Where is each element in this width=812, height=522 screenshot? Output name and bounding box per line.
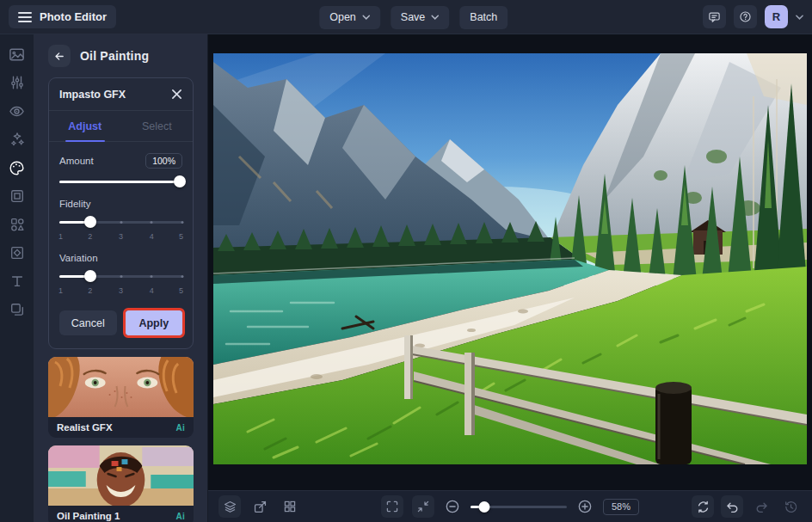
arrow-left-icon <box>53 50 65 63</box>
sidebar-tool-eye[interactable] <box>5 101 29 120</box>
account-chevron-down-icon[interactable] <box>796 15 803 20</box>
zoom-in-icon <box>577 499 593 514</box>
redo-button[interactable] <box>750 495 772 518</box>
panel-header: Oil Painting <box>48 45 194 67</box>
tab-adjust[interactable]: Adjust <box>49 111 121 141</box>
elements-shapes-icon <box>9 217 25 232</box>
variation-slider[interactable] <box>59 270 182 282</box>
batch-label: Batch <box>470 11 497 23</box>
fit-to-screen-button[interactable] <box>412 495 434 518</box>
help-button[interactable] <box>734 5 757 28</box>
zoom-in-button[interactable] <box>575 497 594 516</box>
redo-icon <box>754 500 769 514</box>
variation-ticks: 1 2 3 4 5 <box>59 286 182 296</box>
effect-name: Impasto GFX <box>59 89 126 101</box>
app-menu-button[interactable]: Photo Editor <box>9 5 116 28</box>
close-button[interactable] <box>171 89 182 100</box>
app-title: Photo Editor <box>40 10 107 23</box>
view-tools <box>218 495 301 518</box>
grid-icon <box>283 500 297 513</box>
palette-icon <box>9 160 25 176</box>
sparkles-icon <box>9 132 25 147</box>
chevron-down-icon <box>362 15 370 20</box>
effect-card-oil-painting-1[interactable]: Oil Painting 1 Ai <box>48 445 194 522</box>
effect-card-realist-gfx[interactable]: Realist GFX Ai <box>48 357 194 438</box>
amount-slider[interactable] <box>59 175 182 187</box>
effect-card-label-bar: Realist GFX Ai <box>48 417 194 438</box>
sidebar-tool-text[interactable] <box>5 272 29 291</box>
history-tools <box>692 495 802 518</box>
undo-icon <box>725 500 740 514</box>
sidebar-tool-adjust[interactable] <box>5 73 29 92</box>
sidebar-tool-effects[interactable] <box>5 130 29 149</box>
compare-refresh-button[interactable] <box>692 495 714 518</box>
effect-card-header: Impasto GFX <box>49 78 193 111</box>
sync-icon <box>696 500 710 514</box>
zoom-controls: 58% <box>381 495 639 518</box>
amount-value: 100% <box>145 153 182 169</box>
back-button[interactable] <box>48 45 71 67</box>
variation-label: Variation <box>59 253 98 263</box>
oil-painting-1-thumbnail <box>48 445 194 506</box>
fidelity-ticks: 1 2 3 4 5 <box>59 232 182 242</box>
open-label: Open <box>329 11 356 23</box>
batch-button[interactable]: Batch <box>459 6 508 29</box>
fullscreen-icon <box>385 500 399 513</box>
save-button[interactable]: Save <box>391 6 450 29</box>
tab-select[interactable]: Select <box>121 111 194 141</box>
close-icon <box>171 89 182 100</box>
canvas-frame-icon <box>9 188 25 204</box>
feedback-icon <box>708 10 721 24</box>
topbar-right: R <box>703 5 803 28</box>
adjust-sliders-icon <box>9 75 25 90</box>
feedback-button[interactable] <box>703 5 726 28</box>
realist-gfx-thumbnail <box>48 357 194 417</box>
sidebar-tool-photo[interactable] <box>5 45 29 64</box>
save-label: Save <box>401 11 426 23</box>
sidebar-tool-elements[interactable] <box>5 215 29 234</box>
stage: 58% <box>208 34 812 522</box>
avatar-initial: R <box>772 10 780 23</box>
layers-button[interactable] <box>218 495 241 518</box>
transform-icon <box>253 500 268 514</box>
layers-icon <box>223 500 237 514</box>
stage-toolbar: 58% <box>208 490 812 522</box>
transform-button[interactable] <box>249 495 271 518</box>
apply-button[interactable]: Apply <box>126 310 183 335</box>
history-reset-button[interactable] <box>779 495 802 518</box>
variation-slider-handle[interactable] <box>84 270 96 282</box>
zoom-slider-handle[interactable] <box>478 501 489 513</box>
cancel-button[interactable]: Cancel <box>59 310 117 335</box>
ai-badge: Ai <box>175 512 185 521</box>
open-button[interactable]: Open <box>319 6 380 29</box>
grid-view-button[interactable] <box>279 495 301 518</box>
sidebar-tool-paint[interactable] <box>5 158 29 177</box>
effect-card-name: Realist GFX <box>57 422 113 433</box>
fullscreen-button[interactable] <box>381 495 403 518</box>
amount-slider-handle[interactable] <box>174 175 186 187</box>
effect-card-name: Oil Painting 1 <box>57 511 120 521</box>
sidebar-tool-frame[interactable] <box>5 243 29 262</box>
topbar: Photo Editor Open Save Batch <box>0 0 812 34</box>
file-actions: Open Save Batch <box>319 0 508 34</box>
zoom-value[interactable]: 58% <box>603 499 639 515</box>
undo-button[interactable] <box>721 495 743 518</box>
zoom-slider[interactable] <box>471 501 567 513</box>
fidelity-slider-handle[interactable] <box>84 216 96 228</box>
panel-title: Oil Painting <box>80 49 149 63</box>
sidebar-tool-collage[interactable] <box>5 300 29 319</box>
fidelity-label: Fidelity <box>59 199 90 209</box>
amount-label: Amount <box>59 156 94 166</box>
fidelity-slider[interactable] <box>59 216 182 228</box>
fit-to-screen-icon <box>416 500 430 513</box>
effect-settings-card: Impasto GFX Adjust Select Amount 100% <box>48 77 194 349</box>
photo-editor-app: Photo Editor Open Save Batch <box>0 0 812 522</box>
avatar[interactable]: R <box>765 5 788 28</box>
zoom-out-icon <box>445 499 460 514</box>
chevron-down-icon <box>431 15 439 20</box>
sidebar-tool-canvas[interactable] <box>5 187 29 206</box>
canvas-image[interactable] <box>213 53 807 464</box>
canvas-area <box>208 34 812 490</box>
effect-panel: Oil Painting Impasto GFX Adjust Select A… <box>34 34 208 522</box>
zoom-out-button[interactable] <box>443 497 462 516</box>
